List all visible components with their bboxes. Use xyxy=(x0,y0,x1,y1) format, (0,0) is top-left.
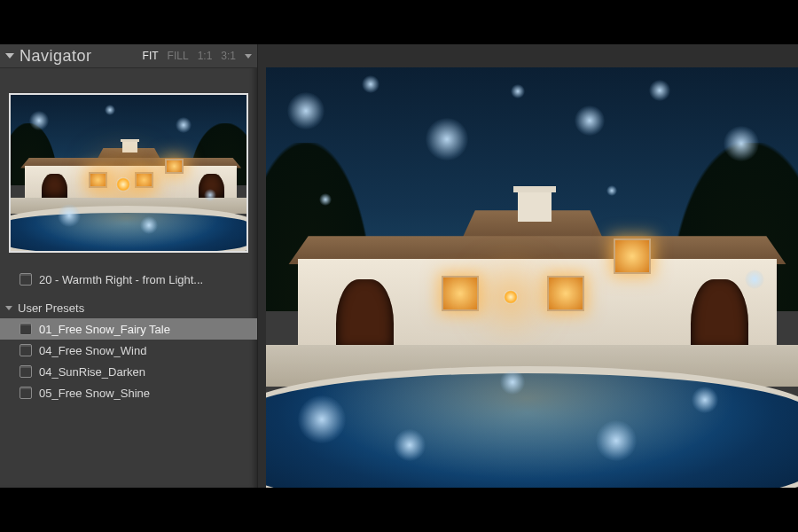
zoom-fill[interactable]: FILL xyxy=(168,50,189,62)
preset-label: 04_SunRise_Darken xyxy=(39,365,145,379)
preset-item[interactable]: 20 - Warmth Right - from Light... xyxy=(0,269,257,290)
zoom-3to1[interactable]: 3:1 xyxy=(221,50,236,62)
preset-icon xyxy=(20,344,32,356)
preset-item[interactable]: 04_SunRise_Darken xyxy=(0,361,257,382)
preset-icon xyxy=(20,323,32,335)
thumbnail-image xyxy=(11,95,246,251)
presets-panel: 20 - Warmth Right - from Light... User P… xyxy=(0,265,257,403)
navigator-title: Navigator xyxy=(20,47,143,66)
navigator-panel-header[interactable]: Navigator FIT FILL 1:1 3:1 xyxy=(0,44,257,68)
zoom-more-icon[interactable] xyxy=(245,54,252,59)
zoom-options: FIT FILL 1:1 3:1 xyxy=(143,50,252,62)
collapse-icon xyxy=(5,306,12,310)
preset-label: 04_Free Snow_Wind xyxy=(39,344,146,357)
app-frame: Navigator FIT FILL 1:1 3:1 xyxy=(0,44,798,488)
preset-label: 20 - Warmth Right - from Light... xyxy=(39,273,203,286)
preset-label: 01_Free Snow_Fairy Tale xyxy=(39,323,170,336)
zoom-fit[interactable]: FIT xyxy=(143,50,159,62)
preset-icon xyxy=(20,387,32,399)
zoom-1to1[interactable]: 1:1 xyxy=(198,50,213,62)
left-sidebar: Navigator FIT FILL 1:1 3:1 xyxy=(0,44,258,488)
preset-item[interactable]: 05_Free Snow_Shine xyxy=(0,382,257,403)
user-presets-header[interactable]: User Presets xyxy=(0,297,257,318)
main-preview[interactable] xyxy=(266,67,798,488)
preset-icon xyxy=(20,365,32,378)
preview-image xyxy=(266,67,798,488)
preset-icon xyxy=(20,273,32,286)
collapse-icon xyxy=(5,53,14,59)
section-label: User Presets xyxy=(18,301,84,315)
preset-item[interactable]: 01_Free Snow_Fairy Tale xyxy=(0,318,257,340)
navigator-thumbnail[interactable] xyxy=(9,93,248,253)
preset-item[interactable]: 04_Free Snow_Wind xyxy=(0,340,257,361)
preset-label: 05_Free Snow_Shine xyxy=(39,387,150,400)
